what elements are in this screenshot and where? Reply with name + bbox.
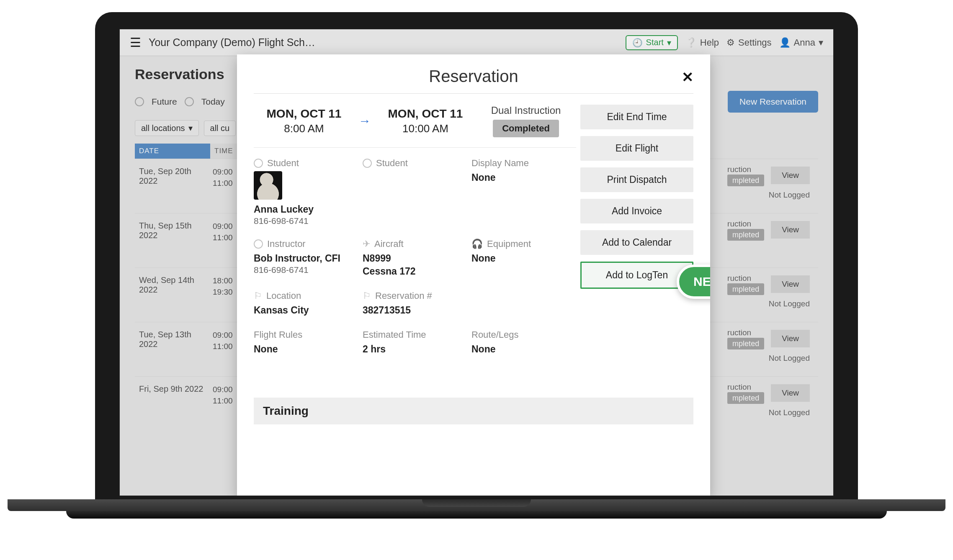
radio-today[interactable] — [185, 97, 194, 106]
end-date: MON, OCT 11 — [375, 107, 476, 121]
caret-down-icon: ▾ — [667, 38, 671, 48]
radio-future[interactable] — [135, 97, 144, 106]
status-badge: mpleted — [727, 175, 764, 186]
app-bar: ☰ Your Company (Demo) Flight Sch… 🕘 Star… — [120, 29, 833, 56]
status-badge: mpleted — [727, 338, 764, 349]
field-display-name: Display Name None — [471, 158, 576, 226]
field-equipment: 🎧Equipment None — [471, 239, 576, 278]
status-badge: Completed — [493, 120, 559, 137]
view-button[interactable]: View — [771, 384, 810, 402]
modal-title: Reservation — [250, 67, 698, 86]
person-icon — [254, 159, 263, 168]
reservation-modal: Reservation ✕ MON, OCT 11 8:00 AM → — [237, 54, 710, 496]
view-button[interactable]: View — [771, 221, 810, 239]
filter-future-label: Future — [152, 97, 177, 107]
hamburger-icon[interactable]: ☰ — [130, 35, 141, 50]
avatar — [254, 171, 282, 200]
status-badge: mpleted — [727, 392, 764, 404]
col-date[interactable]: DATE — [135, 144, 210, 159]
caret-down-icon: ▾ — [819, 37, 823, 48]
field-student-2: Student — [363, 158, 467, 226]
filter-today-label: Today — [201, 97, 225, 107]
field-route-legs: Route/Legs None — [471, 329, 576, 356]
field-flight-rules: Flight Rules None — [254, 329, 358, 356]
field-reservation-number: ⚐Reservation # 382713515 — [363, 290, 467, 317]
filter-customers[interactable]: all cu — [204, 121, 236, 136]
status-badge: mpleted — [727, 229, 764, 241]
start-time: 8:00 AM — [254, 122, 354, 135]
user-menu[interactable]: 👤 Anna ▾ — [779, 37, 823, 48]
settings-link[interactable]: ⚙ Settings — [726, 37, 772, 48]
new-reservation-button[interactable]: New Reservation — [728, 91, 818, 113]
help-link[interactable]: ❔ Help — [685, 37, 719, 48]
field-instructor: Instructor Bob Instructor, CFI 816-698-6… — [254, 239, 358, 278]
add-invoice-button[interactable]: Add Invoice — [580, 199, 693, 223]
caret-down-icon: ▾ — [188, 123, 193, 133]
add-calendar-button[interactable]: Add to Calendar — [580, 230, 693, 255]
field-estimated-time: Estimated Time 2 hrs — [363, 329, 467, 356]
training-header: Training — [254, 398, 693, 424]
field-aircraft: ✈Aircraft N8999 Cessna 172 — [363, 239, 467, 278]
end-time: 10:00 AM — [375, 122, 476, 135]
print-dispatch-button[interactable]: Print Dispatch — [580, 167, 693, 192]
actions-column: Edit End Time Edit Flight Print Dispatch… — [580, 105, 693, 289]
start-label: Start — [646, 38, 664, 47]
clock-icon: 🕘 — [632, 38, 643, 48]
edit-end-time-button[interactable]: Edit End Time — [580, 105, 693, 129]
help-icon: ❔ — [685, 37, 697, 48]
app-title: Your Company (Demo) Flight Sch… — [149, 36, 315, 49]
view-button[interactable]: View — [771, 330, 810, 347]
view-button[interactable]: View — [771, 167, 810, 184]
field-student-1: Student Anna Luckey 816-698-6741 — [254, 158, 358, 226]
start-date: MON, OCT 11 — [254, 107, 354, 121]
gear-icon: ⚙ — [726, 37, 735, 48]
filter-locations[interactable]: all locations ▾ — [135, 120, 199, 136]
field-location: ⚐Location Kansas City — [254, 290, 358, 317]
training-section: Training — [254, 398, 693, 424]
person-icon — [254, 239, 263, 249]
person-icon: 👤 — [779, 37, 791, 48]
arrow-right-icon: → — [354, 114, 375, 128]
start-button[interactable]: 🕘 Start ▾ — [626, 35, 678, 50]
plane-icon: ✈ — [363, 239, 370, 249]
flag-icon: ⚐ — [363, 290, 371, 301]
edit-flight-button[interactable]: Edit Flight — [580, 136, 693, 161]
status-badge: mpleted — [727, 283, 764, 295]
reservation-type: Dual Instruction — [476, 105, 576, 116]
flag-icon: ⚐ — [254, 290, 262, 301]
add-logten-button[interactable]: Add to LogTen — [580, 262, 693, 289]
headset-icon: 🎧 — [471, 239, 483, 249]
new-badge: NEW! — [677, 265, 710, 299]
person-icon — [363, 159, 372, 168]
view-button[interactable]: View — [771, 275, 810, 293]
close-icon[interactable]: ✕ — [682, 69, 693, 85]
